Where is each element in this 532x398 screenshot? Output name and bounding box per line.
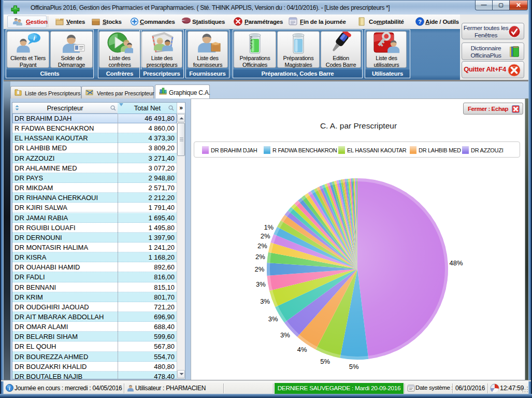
svg-text:1%: 1% [264, 223, 274, 231]
svg-text:3%: 3% [268, 315, 278, 323]
svg-text:?: ? [418, 19, 422, 25]
svg-text:48%: 48% [450, 259, 463, 267]
svg-text:5%: 5% [320, 358, 330, 365]
svg-text:i: i [9, 386, 10, 391]
svg-text:i: i [33, 34, 35, 42]
svg-text:2%: 2% [255, 265, 265, 273]
svg-text:5%: 5% [349, 363, 359, 371]
svg-text:4%: 4% [297, 346, 307, 353]
svg-text:2%: 2% [255, 253, 265, 261]
svg-text:2%: 2% [257, 242, 267, 250]
svg-text:3%: 3% [256, 280, 266, 288]
svg-text:3%: 3% [280, 331, 290, 339]
svg-text:3%: 3% [260, 297, 270, 305]
svg-text:2%: 2% [261, 232, 270, 240]
